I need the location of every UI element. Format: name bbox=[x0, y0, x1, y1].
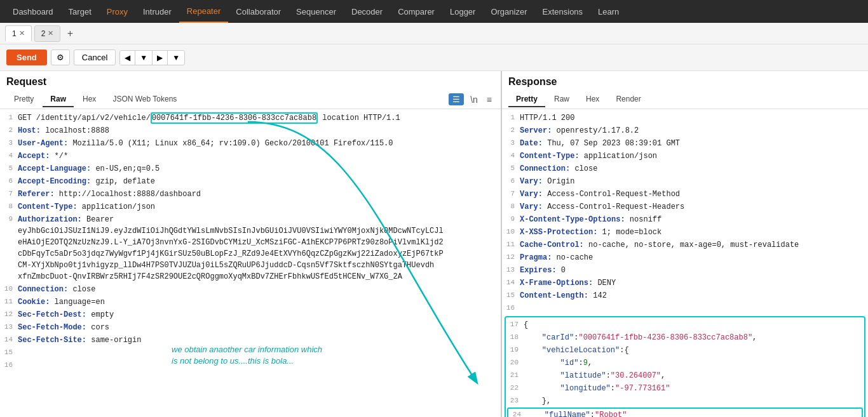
response-code-area[interactable]: 1 HTTP/1.1 200 2 Server: openresty/1.17.… bbox=[502, 109, 868, 417]
request-list-icon[interactable]: ☰ bbox=[449, 93, 464, 105]
response-line-11: 11 Cache-Control: no-cache, no-store, ma… bbox=[502, 239, 868, 251]
prev-button[interactable]: ◀ bbox=[120, 51, 135, 65]
request-line-11: 11 Cookie: language=en bbox=[0, 296, 501, 308]
top-navigation: Dashboard Target Proxy Intruder Repeater… bbox=[0, 0, 868, 23]
request-menu-icon[interactable]: ≡ bbox=[484, 93, 494, 106]
response-line-20: 20 "id":9, bbox=[506, 357, 864, 369]
response-line-12: 12 Pragma: no-cache bbox=[502, 251, 868, 264]
response-pane: Response Pretty Raw Hex Render 1 HTTP/1.… bbox=[502, 71, 868, 417]
request-tab-jwt[interactable]: JSON Web Tokens bbox=[105, 92, 184, 107]
cancel-button[interactable]: Cancel bbox=[74, 50, 116, 65]
response-line-7: 7 Vary: Access-Control-Request-Method bbox=[502, 188, 868, 201]
request-pane: Request Pretty Raw Hex JSON Web Tokens ☰… bbox=[0, 71, 502, 417]
response-line-16: 16 bbox=[502, 302, 868, 315]
response-line-21: 21 "latitude":"30.264007", bbox=[506, 369, 864, 382]
nav-target[interactable]: Target bbox=[61, 0, 99, 23]
response-line-4: 4 Content-Type: application/json bbox=[502, 150, 868, 162]
nav-organizer[interactable]: Organizer bbox=[483, 0, 534, 23]
response-line-1: 1 HTTP/1.1 200 bbox=[502, 112, 868, 124]
response-line-19: 19 "vehicleLocation":{ bbox=[506, 344, 864, 357]
add-tab-button[interactable]: + bbox=[63, 27, 77, 41]
nav-proxy[interactable]: Proxy bbox=[99, 0, 135, 23]
request-line-10: 10 Connection: close bbox=[0, 283, 501, 296]
response-tab-raw[interactable]: Raw bbox=[546, 92, 577, 107]
request-line-16: 16 bbox=[0, 359, 501, 372]
request-line-2: 2 Host: localhost:8888 bbox=[0, 124, 501, 137]
response-line-8: 8 Vary: Access-Control-Request-Headers bbox=[502, 201, 868, 213]
tab-1-label: 1 bbox=[12, 29, 17, 38]
request-sub-tabs: Pretty Raw Hex JSON Web Tokens ☰ \n ≡ bbox=[0, 90, 501, 109]
response-line-2: 2 Server: openresty/1.17.8.2 bbox=[502, 124, 868, 137]
response-tab-render[interactable]: Render bbox=[608, 92, 648, 107]
tab-1-close[interactable]: ✕ bbox=[19, 29, 25, 37]
nav-intruder[interactable]: Intruder bbox=[135, 0, 179, 23]
request-line-1: 1 GET /identity/api/v2/vehicle/0007641f-… bbox=[0, 112, 501, 124]
response-json-highlight: 17 { 18 "carId":"0007641f-1fbb-4236-8306… bbox=[505, 316, 865, 417]
response-line-10: 10 X-XSS-Protection: 1; mode=block bbox=[502, 226, 868, 239]
request-line-14: 14 Sec-Fetch-Site: same-origin bbox=[0, 334, 501, 347]
nav-repeater[interactable]: Repeater bbox=[179, 0, 228, 23]
response-line-17: 17 { bbox=[506, 319, 864, 331]
toolbar: Send ⚙ Cancel ◀ ▼ ▶ ▼ bbox=[0, 44, 868, 71]
main-content: Request Pretty Raw Hex JSON Web Tokens ☰… bbox=[0, 71, 868, 417]
response-tab-hex[interactable]: Hex bbox=[578, 92, 607, 107]
request-code-area[interactable]: 1 GET /identity/api/v2/vehicle/0007641f-… bbox=[0, 109, 501, 417]
tab-1[interactable]: 1 ✕ bbox=[5, 25, 32, 42]
prev-dropdown-button[interactable]: ▼ bbox=[135, 51, 153, 65]
nav-comparer[interactable]: Comparer bbox=[390, 0, 442, 23]
send-button[interactable]: Send bbox=[6, 50, 47, 65]
request-icons: ☰ \n ≡ bbox=[449, 93, 494, 106]
response-line-3: 3 Date: Thu, 07 Sep 2023 08:39:01 GMT bbox=[502, 137, 868, 150]
next-dropdown-button[interactable]: ▼ bbox=[168, 51, 184, 65]
request-tab-raw[interactable]: Raw bbox=[43, 92, 74, 107]
response-line-14: 14 X-Frame-Options: DENY bbox=[502, 277, 868, 289]
nav-logger[interactable]: Logger bbox=[442, 0, 483, 23]
nav-sequencer[interactable]: Sequencer bbox=[288, 0, 344, 23]
tab-2-close[interactable]: ✕ bbox=[48, 29, 53, 37]
response-line-23: 23 }, bbox=[506, 395, 864, 407]
response-line-6: 6 Vary: Origin bbox=[502, 175, 868, 188]
nav-dashboard[interactable]: Dashboard bbox=[5, 0, 61, 23]
request-line-8: 8 Content-Type: application/json bbox=[0, 201, 501, 213]
tab-2[interactable]: 2 ✕ bbox=[34, 25, 61, 42]
response-line-22: 22 "longitude":"-97.773161" bbox=[506, 382, 864, 395]
response-line-13: 13 Expires: 0 bbox=[502, 264, 868, 277]
response-tab-pretty[interactable]: Pretty bbox=[508, 92, 545, 107]
response-sub-tabs: Pretty Raw Hex Render bbox=[502, 90, 868, 109]
response-line-5: 5 Connection: close bbox=[502, 162, 868, 175]
request-line-3: 3 User-Agent: Mozilla/5.0 (X11; Linux x8… bbox=[0, 137, 501, 150]
response-line-9: 9 X-Content-Type-Options: nosniff bbox=[502, 213, 868, 226]
request-title: Request bbox=[0, 71, 501, 90]
nav-extensions[interactable]: Extensions bbox=[535, 0, 591, 23]
request-tab-pretty[interactable]: Pretty bbox=[6, 92, 41, 107]
request-line-4: 4 Accept: */* bbox=[0, 150, 501, 162]
next-button[interactable]: ▶ bbox=[153, 51, 168, 65]
request-line-12: 12 Sec-Fetch-Dest: empty bbox=[0, 308, 501, 321]
nav-arrows: ◀ ▼ ▶ ▼ bbox=[119, 50, 185, 65]
request-line-13: 13 Sec-Fetch-Mode: cors bbox=[0, 321, 501, 334]
tabs-row: 1 ✕ 2 ✕ + bbox=[0, 23, 868, 44]
request-line-7: 7 Referer: http://localhost:8888/dashboa… bbox=[0, 188, 501, 201]
settings-button[interactable]: ⚙ bbox=[51, 50, 70, 65]
response-line-24: 24 "fullName":"Robot" bbox=[507, 407, 863, 417]
response-title: Response bbox=[502, 71, 868, 90]
response-line-15: 15 Content-Length: 142 bbox=[502, 289, 868, 302]
request-line-6: 6 Accept-Encoding: gzip, deflate bbox=[0, 175, 501, 188]
request-newline-icon[interactable]: \n bbox=[468, 93, 480, 106]
request-line-15: 15 bbox=[0, 347, 501, 359]
response-line-18: 18 "carId":"0007641f-1fbb-4236-8306-833c… bbox=[506, 331, 864, 344]
nav-decoder[interactable]: Decoder bbox=[344, 0, 390, 23]
request-tab-hex[interactable]: Hex bbox=[75, 92, 104, 107]
tab-2-label: 2 bbox=[41, 29, 46, 38]
request-line-5: 5 Accept-Language: en-US,en;q=0.5 bbox=[0, 162, 501, 175]
request-line-9: 9 Authorization: BearereyJhbGciOiJSUzI1N… bbox=[0, 213, 501, 283]
nav-collaborator[interactable]: Collaborator bbox=[228, 0, 288, 23]
nav-learn[interactable]: Learn bbox=[590, 0, 627, 23]
